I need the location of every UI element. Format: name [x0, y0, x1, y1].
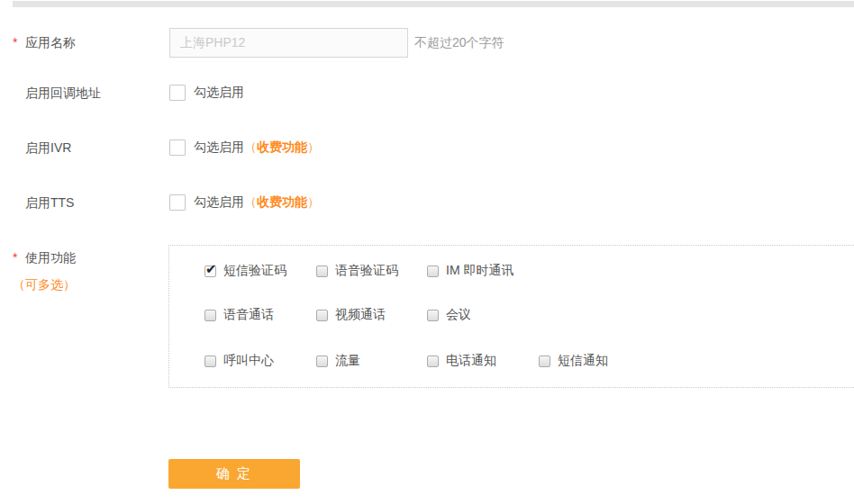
- create-app-form: *应用名称 不超过20个字符 启用回调地址 勾选启用 启用IVR 勾选启用（收费…: [0, 0, 854, 504]
- callback-enable-checkbox[interactable]: 勾选启用: [169, 85, 244, 101]
- checkbox-icon: [316, 266, 328, 277]
- required-asterisk: *: [13, 33, 21, 51]
- feature-option-data-traffic[interactable]: 流量: [316, 354, 360, 368]
- confirm-button[interactable]: 确 定: [168, 459, 300, 489]
- checkbox-icon: [169, 194, 186, 211]
- checkbox-icon: [204, 310, 216, 321]
- ivr-check-label: 勾选启用（收费功能）: [194, 140, 320, 156]
- checkbox-icon: [427, 310, 439, 321]
- checkbox-icon: [204, 266, 216, 277]
- app-name-label-text: 应用名称: [25, 35, 76, 50]
- app-name-label: *应用名称: [13, 33, 76, 51]
- checkbox-icon: [427, 266, 439, 277]
- tts-fee-badge: 收费功能: [257, 194, 307, 209]
- checkbox-icon: [539, 356, 550, 367]
- feature-option-video-call[interactable]: 视频通话: [316, 308, 386, 322]
- feature-option-meeting[interactable]: 会议: [427, 308, 471, 322]
- tts-label: 启用TTS: [13, 194, 74, 212]
- app-name-hint: 不超过20个字符: [414, 28, 504, 58]
- feature-option-call-center[interactable]: 呼叫中心: [204, 354, 274, 368]
- feature-option-sms-verify-code[interactable]: 短信验证码: [204, 264, 286, 278]
- tts-check-label: 勾选启用（收费功能）: [194, 194, 320, 211]
- feature-option-im-instant-messaging[interactable]: IM 即时通讯: [427, 264, 513, 278]
- callback-check-label: 勾选启用: [194, 85, 244, 101]
- checkbox-icon: [316, 310, 328, 321]
- app-name-input[interactable]: [169, 28, 408, 58]
- feature-option-phone-notify[interactable]: 电话通知: [427, 354, 496, 368]
- callback-label: 启用回调地址: [13, 84, 101, 102]
- ivr-enable-checkbox[interactable]: 勾选启用（收费功能）: [169, 140, 320, 156]
- checkbox-icon: [169, 140, 186, 156]
- tts-enable-checkbox[interactable]: 勾选启用（收费功能）: [169, 194, 320, 211]
- features-label-text: 使用功能: [25, 250, 76, 265]
- checkbox-icon: [204, 356, 216, 367]
- feature-option-voice-verify-code[interactable]: 语音验证码: [316, 264, 398, 278]
- features-panel: 短信验证码 语音验证码 IM 即时通讯 语音通话 视频通话 会议 呼叫中心: [168, 245, 854, 388]
- features-multiselect-note: （可多选）: [13, 275, 76, 293]
- checkbox-icon: [316, 356, 328, 367]
- required-asterisk: *: [13, 248, 21, 266]
- checkbox-icon: [169, 85, 186, 101]
- feature-option-sms-notify[interactable]: 短信通知: [539, 354, 608, 368]
- ivr-label: 启用IVR: [13, 139, 71, 157]
- feature-option-voice-call[interactable]: 语音通话: [204, 308, 274, 322]
- checkbox-icon: [427, 356, 439, 367]
- features-label: *使用功能: [13, 248, 76, 266]
- ivr-fee-badge: 收费功能: [257, 140, 307, 154]
- top-divider: [13, 1, 854, 7]
